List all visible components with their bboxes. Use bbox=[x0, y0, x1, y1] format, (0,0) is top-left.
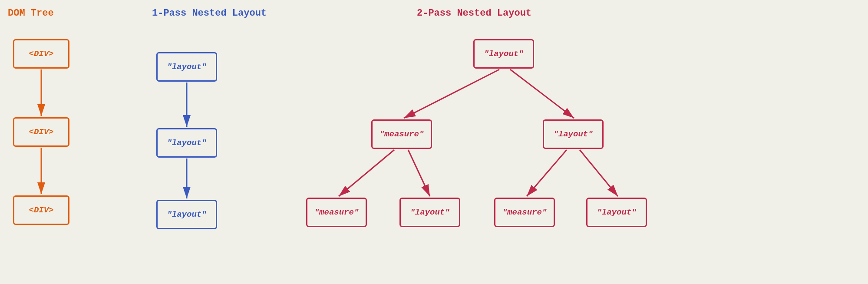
onepass-node-3: "layout" bbox=[156, 200, 217, 229]
onepass-node-1: "layout" bbox=[156, 52, 217, 82]
twopass-l3-layout2: "layout" bbox=[586, 198, 647, 227]
onepass-node-2: "layout" bbox=[156, 128, 217, 158]
dom-node-3: <DIV> bbox=[13, 195, 69, 225]
twopass-l3-measure2: "measure" bbox=[494, 198, 555, 227]
arrows-svg bbox=[0, 0, 868, 284]
twopass-l3-layout1: "layout" bbox=[399, 198, 460, 227]
dom-node-2: <DIV> bbox=[13, 117, 69, 147]
twopass-l2-layout: "layout" bbox=[543, 119, 604, 149]
title-1pass: 1-Pass Nested Layout bbox=[152, 8, 267, 19]
twopass-arrow-root-layout bbox=[510, 69, 574, 118]
twopass-root: "layout" bbox=[473, 39, 534, 69]
twopass-arrow-layout-m2 bbox=[527, 150, 567, 196]
twopass-l3-measure1: "measure" bbox=[306, 198, 367, 227]
diagram-container: DOM Tree 1-Pass Nested Layout 2-Pass Nes… bbox=[0, 0, 868, 284]
title-2pass: 2-Pass Nested Layout bbox=[417, 8, 531, 19]
twopass-arrow-root-measure bbox=[404, 69, 499, 118]
twopass-arrow-measure-m1 bbox=[339, 150, 394, 196]
twopass-l2-measure: "measure" bbox=[371, 119, 432, 149]
twopass-arrow-measure-l1 bbox=[408, 150, 430, 196]
title-dom-tree: DOM Tree bbox=[8, 8, 54, 19]
dom-node-1: <DIV> bbox=[13, 39, 69, 69]
twopass-arrow-layout-l2 bbox=[580, 150, 618, 196]
